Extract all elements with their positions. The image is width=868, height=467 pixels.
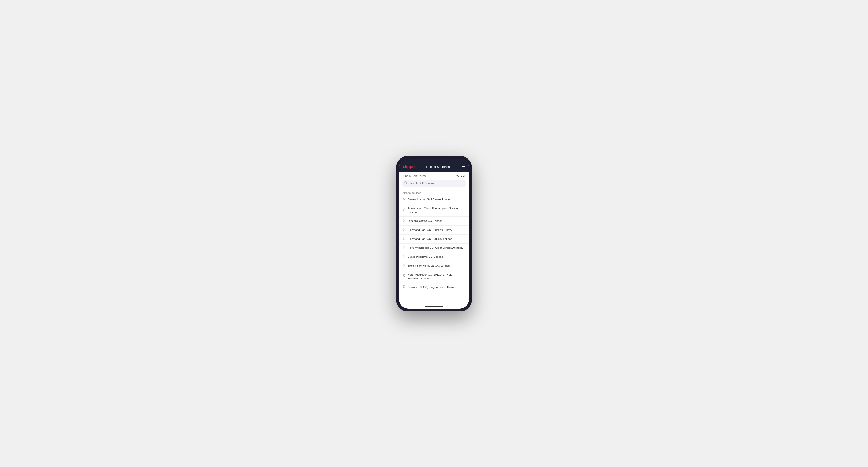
svg-point-6 [404,238,404,238]
pin-icon [402,285,405,289]
svg-point-4 [404,219,404,220]
phone-frame: clippd Recent Searches ☰ Find a Golf Cou… [396,156,472,311]
search-bar [402,180,466,187]
nav-title: Recent Searches [415,165,461,168]
svg-point-11 [404,286,404,286]
cancel-button[interactable]: Cancel [456,175,465,178]
nearby-section-label: Nearby courses [399,189,469,195]
list-item[interactable]: North Middlesex GC (1011942 - North Midd… [399,271,469,283]
list-item[interactable]: Richmond Park GC - Duke's, London [399,235,469,244]
phone-screen: clippd Recent Searches ☰ Find a Golf Cou… [399,159,469,309]
list-item[interactable]: Richmond Park GC - Prince's, Surrey [399,226,469,235]
pin-icon [402,228,405,232]
content-area: Find a Golf Course Cancel Nearby courses [399,172,469,304]
pin-icon [402,264,405,268]
pin-icon [402,246,405,250]
course-name: Richmond Park GC - Duke's, London [408,237,452,241]
course-name: London Scottish GC, London [408,219,442,223]
course-name: Richmond Park GC - Prince's, Surrey [408,228,453,232]
svg-point-9 [404,264,404,265]
svg-point-2 [404,198,404,199]
find-label: Find a Golf Course [403,175,427,178]
pin-icon [402,237,405,241]
course-name: Coombe Hill GC, Kingston upon Thames [408,285,457,289]
svg-point-10 [404,275,404,276]
home-indicator [399,304,469,309]
svg-line-1 [406,184,407,184]
nav-bar: clippd Recent Searches ☰ [399,162,469,172]
svg-point-3 [404,209,404,210]
list-item[interactable]: Central London Golf Centre, London [399,195,469,204]
svg-point-5 [404,228,404,229]
course-name: Brent Valley Municipal GC, London [408,264,450,268]
status-bar [399,159,469,162]
menu-icon[interactable]: ☰ [461,164,465,169]
list-item[interactable]: Dukes Meadows GC, London [399,252,469,261]
course-list: Central London Golf Centre, London Roeha… [399,195,469,304]
list-item[interactable]: Royal Wimbledon GC, Great London Authori… [399,244,469,252]
search-input[interactable] [409,182,464,185]
pin-icon [402,275,405,278]
pin-icon [402,255,405,259]
course-name: Central London Golf Centre, London [408,197,451,201]
list-item[interactable]: Coombe Hill GC, Kingston upon Thames [399,283,469,292]
svg-point-7 [404,246,404,247]
find-header: Find a Golf Course Cancel [399,172,469,180]
course-name: Roehampton Club - Roehampton, Greater Lo… [408,207,466,214]
app-logo: clippd [403,164,415,169]
list-item[interactable]: London Scottish GC, London [399,217,469,226]
course-name: Royal Wimbledon GC, Great London Authori… [408,246,463,250]
list-item[interactable]: Roehampton Club - Roehampton, Greater Lo… [399,204,469,217]
svg-point-8 [404,255,404,256]
pin-icon [402,208,405,212]
pin-icon [402,197,405,201]
home-bar [425,306,443,307]
pin-icon [402,219,405,223]
list-item[interactable]: Brent Valley Municipal GC, London [399,261,469,271]
search-bar-wrap [399,180,469,189]
course-name: Dukes Meadows GC, London [408,255,443,259]
course-name: North Middlesex GC (1011942 - North Midd… [408,273,466,280]
search-icon [404,182,407,185]
